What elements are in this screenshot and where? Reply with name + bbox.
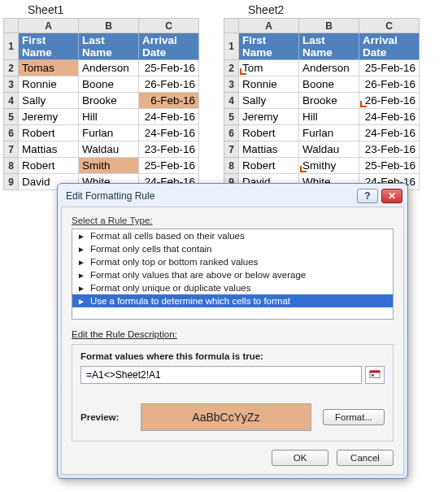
data-cell[interactable]: Tom — [239, 60, 299, 76]
col-header[interactable]: A — [19, 19, 79, 33]
data-cell[interactable]: Boone — [299, 76, 359, 93]
sheet1-grid[interactable]: A B C 1 First Name Last Name Arrival Dat… — [3, 18, 199, 190]
data-cell[interactable]: Anderson — [79, 60, 139, 76]
header-cell[interactable]: Arrival Date — [139, 33, 199, 60]
sheet2-grid[interactable]: A B C 1 First Name Last Name Arrival Dat… — [224, 18, 420, 190]
row-header[interactable]: 5 — [224, 109, 239, 125]
rule-type-item[interactable]: ►Use a formula to determine which cells … — [72, 294, 393, 307]
row-header[interactable]: 8 — [224, 158, 239, 174]
format-button[interactable]: Format... — [323, 409, 385, 425]
close-button[interactable]: ✕ — [381, 189, 402, 203]
data-cell[interactable]: 6-Feb-16 — [139, 93, 199, 109]
data-cell[interactable]: Brooke — [79, 93, 139, 109]
sheet1: Sheet1 A B C 1 First Name Last Name Arri… — [3, 2, 199, 190]
rule-type-item[interactable]: ►Format all cells based on their values — [72, 229, 393, 242]
dialog-titlebar[interactable]: Edit Formatting Rule ? ✕ — [58, 184, 407, 207]
data-cell[interactable]: Sally — [239, 93, 299, 109]
data-cell[interactable]: Brooke — [299, 93, 359, 109]
data-cell[interactable]: Ronnie — [19, 76, 79, 93]
data-cell[interactable]: 26-Feb-16 — [359, 93, 420, 109]
row-header[interactable]: 6 — [224, 125, 239, 142]
formula-input[interactable] — [80, 366, 362, 384]
row-header[interactable]: 3 — [224, 76, 239, 93]
data-cell[interactable]: 24-Feb-16 — [359, 125, 420, 142]
select-all-corner[interactable] — [224, 19, 239, 33]
formula-label: Format values where this formula is true… — [80, 351, 385, 361]
row-header[interactable]: 2 — [224, 60, 239, 76]
ok-button[interactable]: OK — [272, 450, 328, 466]
help-button[interactable]: ? — [357, 189, 378, 203]
data-cell[interactable]: 23-Feb-16 — [359, 142, 420, 158]
rule-type-item[interactable]: ►Format only cells that contain — [72, 242, 393, 255]
data-cell[interactable]: Smith — [79, 158, 139, 174]
data-cell[interactable]: Boone — [79, 76, 139, 93]
data-cell[interactable]: Robert — [239, 158, 299, 174]
data-cell[interactable]: Jeremy — [239, 109, 299, 125]
row-header[interactable]: 7 — [224, 142, 239, 158]
data-cell[interactable]: Anderson — [299, 60, 359, 76]
row-header[interactable]: 6 — [4, 125, 19, 142]
header-cell[interactable]: First Name — [19, 33, 79, 60]
data-cell[interactable]: 24-Feb-16 — [139, 109, 199, 125]
data-cell[interactable]: 24-Feb-16 — [359, 109, 420, 125]
rule-type-label: Format only unique or duplicate values — [90, 283, 251, 293]
data-cell[interactable]: 23-Feb-16 — [139, 142, 199, 158]
col-header[interactable]: A — [239, 19, 299, 33]
data-cell[interactable]: Ronnie — [239, 76, 299, 93]
col-header[interactable]: B — [79, 19, 139, 33]
data-cell[interactable]: 26-Feb-16 — [359, 76, 420, 93]
data-cell[interactable]: Sally — [19, 93, 79, 109]
rule-type-item[interactable]: ►Format only values that are above or be… — [72, 268, 393, 281]
rule-type-list[interactable]: ►Format all cells based on their values►… — [72, 229, 394, 320]
select-all-corner[interactable] — [4, 19, 19, 33]
data-cell[interactable]: Smithy — [299, 158, 359, 174]
data-cell[interactable]: Mattias — [19, 142, 79, 158]
col-header[interactable]: B — [299, 19, 359, 33]
data-cell[interactable]: Hill — [299, 109, 359, 125]
data-cell[interactable]: Robert — [19, 158, 79, 174]
range-selector-button[interactable] — [365, 366, 385, 384]
row-header[interactable]: 2 — [4, 60, 19, 76]
header-cell[interactable]: Arrival Date — [359, 33, 420, 60]
row-header[interactable]: 1 — [224, 33, 239, 60]
data-cell[interactable]: 25-Feb-16 — [139, 158, 199, 174]
header-cell[interactable]: Last Name — [79, 33, 139, 60]
range-selector-icon — [369, 369, 381, 381]
row-header[interactable]: 1 — [4, 33, 19, 60]
col-header[interactable]: C — [139, 19, 199, 33]
data-cell[interactable]: Furlan — [79, 125, 139, 142]
row-header[interactable]: 5 — [4, 109, 19, 125]
data-cell[interactable]: Waldau — [299, 142, 359, 158]
row-header[interactable]: 3 — [4, 76, 19, 93]
edit-formatting-rule-dialog: Edit Formatting Rule ? ✕ Select a Rule T… — [57, 183, 408, 479]
svg-rect-1 — [370, 371, 380, 373]
data-cell[interactable]: 24-Feb-16 — [139, 125, 199, 142]
row-header[interactable]: 9 — [4, 174, 19, 190]
header-cell[interactable]: First Name — [239, 33, 299, 60]
rule-type-label: Format only cells that contain — [90, 244, 212, 254]
data-cell[interactable]: 25-Feb-16 — [139, 60, 199, 76]
rule-type-item[interactable]: ►Format only top or bottom ranked values — [72, 255, 393, 268]
row-header[interactable]: 8 — [4, 158, 19, 174]
data-cell[interactable]: 25-Feb-16 — [359, 60, 420, 76]
row-header[interactable]: 4 — [4, 93, 19, 109]
dialog-title: Edit Formatting Rule — [66, 190, 354, 202]
data-cell[interactable]: Robert — [19, 125, 79, 142]
data-cell[interactable]: Tomas — [19, 60, 79, 76]
data-cell[interactable]: Mattias — [239, 142, 299, 158]
col-header[interactable]: C — [359, 19, 420, 33]
cancel-button[interactable]: Cancel — [337, 450, 394, 466]
data-cell[interactable]: Furlan — [299, 125, 359, 142]
data-cell[interactable]: Waldau — [79, 142, 139, 158]
rule-description-box: Format values where this formula is true… — [72, 344, 394, 442]
data-cell[interactable]: 26-Feb-16 — [139, 76, 199, 93]
rule-type-item[interactable]: ►Format only unique or duplicate values — [72, 281, 393, 294]
data-cell[interactable]: Hill — [79, 109, 139, 125]
row-header[interactable]: 4 — [224, 93, 239, 109]
rule-type-label: Format only top or bottom ranked values — [90, 257, 258, 267]
data-cell[interactable]: Robert — [239, 125, 299, 142]
header-cell[interactable]: Last Name — [299, 33, 359, 60]
data-cell[interactable]: 25-Feb-16 — [359, 158, 420, 174]
row-header[interactable]: 7 — [4, 142, 19, 158]
data-cell[interactable]: Jeremy — [19, 109, 79, 125]
